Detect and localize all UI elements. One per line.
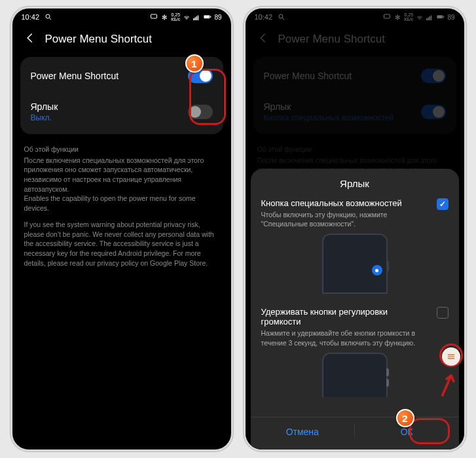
dialog-ok-button[interactable]: ОК — [355, 417, 459, 444]
illustration-a11y-button — [316, 234, 394, 294]
illustration-volume-hold — [316, 353, 394, 397]
status-time: 10:42 — [255, 13, 273, 21]
status-time: 10:42 — [22, 13, 40, 21]
dialog-buttons: Отмена ОК — [251, 417, 459, 444]
row-sublabel: Выкл. — [31, 113, 58, 122]
cast-icon — [150, 13, 158, 21]
svg-rect-15 — [430, 16, 431, 20]
app-header: Power Menu Shortcut — [12, 26, 231, 52]
back-button[interactable] — [24, 32, 36, 46]
svg-rect-9 — [204, 16, 210, 18]
signal-icon — [193, 13, 201, 21]
status-speed: 0,25 КБ/с — [404, 12, 413, 22]
info-block: Об этой функции После включения специаль… — [12, 139, 231, 281]
bluetooth-icon: ✻ — [394, 13, 401, 21]
search-icon — [278, 13, 285, 21]
option-title: Удерживать кнопки регулировки громкости — [261, 307, 430, 326]
row-shortcut[interactable]: Ярлык Выкл. — [20, 92, 223, 132]
status-speed: 0,25 КБ/с — [171, 12, 180, 22]
svg-rect-6 — [198, 15, 199, 20]
svg-rect-18 — [444, 16, 445, 18]
signal-icon — [426, 13, 434, 21]
row-label: Ярлык — [31, 101, 58, 112]
svg-rect-19 — [437, 16, 443, 18]
checkbox-volume-hold[interactable] — [437, 307, 449, 319]
option-title: Кнопка специальных возможностей — [261, 198, 430, 208]
option-desc: Чтобы включить эту функцию, нажмите "Спе… — [261, 210, 430, 228]
row-label: Power Menu Shortcut — [264, 71, 352, 81]
page-title: Power Menu Shortcut — [45, 33, 152, 46]
toggle-power-menu[interactable] — [188, 69, 213, 83]
svg-rect-5 — [196, 16, 198, 20]
toggle-shortcut — [421, 105, 446, 119]
toggle-power-menu — [421, 69, 446, 83]
status-bar: 10:42 ✻ 0,25 КБ/с 89 — [246, 9, 464, 26]
info-heading: Об этой функции — [257, 145, 452, 154]
phone-screenshot-2: 10:42 ✻ 0,25 КБ/с 89 — [244, 7, 466, 451]
svg-rect-16 — [431, 15, 432, 20]
dialog-cancel-button[interactable]: Отмена — [251, 417, 355, 444]
info-text: Enables the capability to open the power… — [24, 194, 219, 213]
row-label: Ярлык — [264, 101, 394, 112]
svg-rect-14 — [428, 17, 430, 20]
search-icon — [45, 13, 52, 21]
info-text: If you see the system warning about pote… — [24, 220, 219, 268]
dialog-option-a11y-button[interactable]: Кнопка специальных возможностей Чтобы вк… — [261, 198, 449, 302]
status-bar: 10:42 ✻ 0,25 КБ/с 89 — [12, 9, 231, 26]
status-battery: 89 — [447, 14, 454, 21]
option-desc: Нажмите и удерживайте обе кнопки громкос… — [261, 328, 430, 347]
dialog-option-volume-hold[interactable]: Удерживать кнопки регулировки громкости … — [261, 307, 449, 402]
settings-card: Power Menu Shortcut Ярлык Кнопка специал… — [253, 57, 456, 134]
phone-screenshot-1: 10:42 ✻ 0,25 КБ/с 89 — [10, 7, 233, 451]
svg-point-10 — [279, 14, 283, 18]
svg-point-0 — [46, 14, 50, 18]
back-button — [257, 32, 269, 46]
wifi-icon — [416, 13, 424, 21]
svg-rect-3 — [193, 18, 194, 20]
svg-rect-4 — [195, 17, 196, 20]
svg-line-11 — [283, 18, 285, 20]
svg-rect-2 — [151, 14, 157, 18]
row-power-menu-shortcut[interactable]: Power Menu Shortcut — [20, 60, 223, 92]
status-battery: 89 — [214, 14, 221, 21]
svg-line-1 — [50, 18, 52, 20]
shortcut-dialog: Ярлык Кнопка специальных возможностей Чт… — [251, 169, 459, 450]
svg-rect-12 — [384, 14, 390, 18]
checkbox-a11y-button[interactable] — [437, 198, 449, 210]
a11y-dot-icon — [372, 265, 382, 275]
cast-icon — [383, 13, 391, 21]
svg-rect-13 — [426, 18, 428, 20]
settings-card: Power Menu Shortcut Ярлык Выкл. — [20, 57, 223, 134]
battery-icon — [204, 13, 211, 21]
toggle-shortcut[interactable] — [188, 105, 213, 119]
battery-icon — [437, 13, 445, 21]
wifi-icon — [183, 13, 191, 21]
row-shortcut: Ярлык Кнопка специальных возможностей — [253, 92, 456, 132]
row-label: Power Menu Shortcut — [31, 71, 119, 81]
floating-a11y-icon[interactable] — [442, 347, 460, 366]
info-heading: Об этой функции — [24, 145, 219, 154]
app-header: Power Menu Shortcut — [246, 26, 464, 52]
svg-rect-8 — [211, 16, 211, 18]
dialog-title: Ярлык — [261, 178, 449, 189]
row-sublabel: Кнопка специальных возможностей — [264, 113, 394, 122]
info-text: После включения специальных возможностей… — [24, 156, 219, 194]
page-title: Power Menu Shortcut — [278, 33, 385, 46]
row-power-menu-shortcut: Power Menu Shortcut — [253, 60, 456, 92]
bluetooth-icon: ✻ — [160, 13, 168, 21]
